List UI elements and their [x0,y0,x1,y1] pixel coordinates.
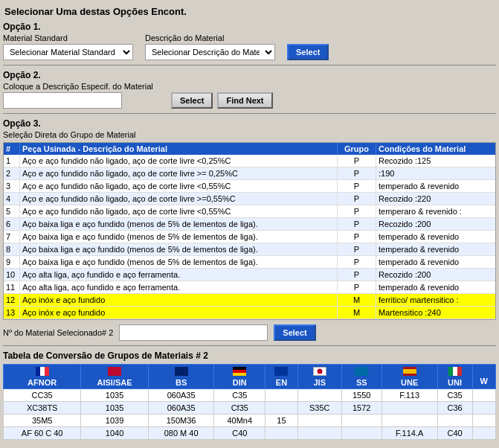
main-container: Selecionar Uma destas Opções Encont. Opç… [0,0,499,443]
descricao-select[interactable]: Selecionar Descrição do Mate [145,44,275,60]
conv-cell: 060A35 [148,402,214,415]
option1-select-button[interactable]: Select [287,44,329,60]
conv-cell: C35 [437,389,472,402]
cell-cond: temperado & revenido [376,281,495,293]
cell-num: 13 [4,307,20,319]
conv-cell: XC38TS [4,402,81,415]
cell-desc: Aço alta liga, aço fundido e aço ferrame… [20,269,338,281]
conv-cell: 15 [265,415,298,427]
table-row[interactable]: 5 Aço e aço fundido não ligado, aço de c… [4,205,495,218]
table-row[interactable]: 12 Aço inóx e aço fundido M ferritico/ m… [4,294,495,307]
conv-col-header-w: W [472,365,495,389]
cell-grupo: P [338,243,376,255]
selected-material-select-button[interactable]: Select [274,324,315,341]
cell-desc: Aço e aço fundido não ligado, aço de cor… [20,205,338,217]
cell-cond: Recozido :200 [376,218,495,230]
conv-cell [437,415,472,427]
conv-cell [297,415,341,427]
cell-grupo: P [338,205,376,217]
option2-text-input[interactable] [3,92,122,109]
col-header-grupo: Grupo [338,143,376,155]
conv-cell: S35C [297,402,341,415]
conv-col-header-uni: UNI [437,365,472,389]
conv-cell: 060A35 [148,389,214,402]
selected-material-input[interactable] [119,324,268,341]
cell-desc: Aço e aço fundido não ligado, aço de cor… [20,155,338,167]
cell-desc: Aço baixa liga e aço fundido (menos de 5… [20,218,338,230]
option1-select-btn-group: Select [287,44,329,60]
conv-cell [341,415,382,427]
option1-material-group: Material Standard Selecionar Material St… [3,33,133,60]
conv-col-header-en: EN [265,365,298,389]
conv-col-header-aisisae: AISI/SAE [81,365,149,389]
conv-cell: F.113 [382,389,437,402]
table-row[interactable]: 13 Aço inóx e aço fundido M Martensitico… [4,307,495,319]
material-standard-select[interactable]: Selecionar Material Standard [3,44,133,60]
cell-desc: Aço e aço fundido não ligado, aço de cor… [20,167,338,179]
cell-grupo: P [338,167,376,179]
conversion-table-title: Tabela de Conversão de Grupos de Materia… [3,351,496,361]
cell-cond: temperado & revenido [376,231,495,243]
option2-section: Opção 2. Coloque a Descrição Especif. do… [3,70,496,109]
conv-col-header-din: DIN [214,365,265,389]
cell-num: 6 [4,218,20,230]
table-row[interactable]: 10 Aço alta liga, aço fundido e aço ferr… [4,269,495,281]
conv-cell [265,389,298,402]
conv-cell [297,427,341,440]
table-row[interactable]: 1 Aço e aço fundido não ligado, aço de c… [4,155,495,167]
col-header-desc: Peça Usinada - Descrição do Material [20,143,338,155]
cell-cond: temperado & revenido [376,243,495,255]
conv-cell: 1035 [81,402,149,415]
table-row[interactable]: 8 Aço baixa liga e aço fundido (menos de… [4,243,495,256]
cell-num: 4 [4,193,20,205]
conv-cell [297,389,341,402]
cell-num: 3 [4,180,20,192]
conv-cell [472,415,495,427]
cell-desc: Aço inóx e aço fundido [20,307,338,319]
option2-label: Opção 2. [3,70,496,80]
selected-material-label: Nº do Material Selecionado# 2 [3,328,113,337]
conv-cell [341,427,382,440]
cell-cond: Recozido :200 [376,269,495,281]
conv-cell: C40 [437,427,472,440]
conv-cell: AF 60 C 40 [4,427,81,440]
table-row[interactable]: 3 Aço e aço fundido não ligado, aço de c… [4,180,495,193]
table-row[interactable]: 11 Aço alta liga, aço fundido e aço ferr… [4,281,495,294]
conv-cell: 40Mn4 [214,415,265,427]
cell-cond: temperado & revenido [376,180,495,192]
table-header: # Peça Usinada - Descrição do Material G… [4,143,495,155]
cell-num: 12 [4,294,20,306]
conv-cell: C35 [214,389,265,402]
conv-cell: 150M36 [148,415,214,427]
cell-num: 7 [4,231,20,243]
selected-material-row: Nº do Material Selecionado# 2 Select [3,324,496,341]
cell-grupo: P [338,180,376,192]
table-body: 1 Aço e aço fundido não ligado, aço de c… [4,155,495,319]
conv-cell [472,389,495,402]
option2-select-button[interactable]: Select [171,92,213,109]
option2-find-next-button[interactable]: Find Next [217,92,272,109]
table-row[interactable]: 9 Aço baixa liga e aço fundido (menos de… [4,256,495,269]
conv-cell [382,402,437,415]
conv-cell: 1572 [341,402,382,415]
cell-cond: ferritico/ martensitico : [376,294,495,306]
cell-cond: :190 [376,167,495,179]
cell-num: 2 [4,167,20,179]
cell-grupo: P [338,231,376,243]
table-row[interactable]: 6 Aço baixa liga e aço fundido (menos de… [4,218,495,231]
cell-cond: Recozido :125 [376,155,495,167]
conv-cell [382,415,437,427]
conv-cell: 080 M 40 [148,427,214,440]
cell-desc: Aço alta liga, aço fundido e aço ferrame… [20,281,338,293]
cell-grupo: P [338,281,376,293]
conv-col-header-jis: JIS [297,365,341,389]
table-row[interactable]: 2 Aço e aço fundido não ligado, aço de c… [4,167,495,180]
col-header-cond: Condições do Material [376,143,495,155]
option3-label: Opção 3. [3,118,496,129]
table-row[interactable]: 4 Aço e aço fundido não ligado, aço de c… [4,193,495,205]
conv-table-body: CC351035060A35C351550F.113C35XC38TS10350… [4,389,496,440]
cell-desc: Aço baixa liga e aço fundido (menos de 5… [20,243,338,255]
table-row[interactable]: 7 Aço baixa liga e aço fundido (menos de… [4,231,495,243]
cell-grupo: M [338,307,376,319]
cell-grupo: M [338,294,376,306]
